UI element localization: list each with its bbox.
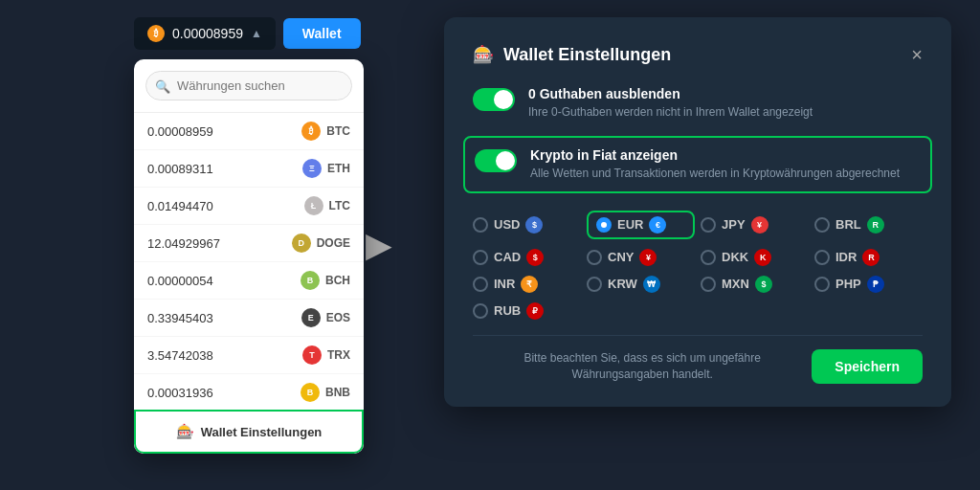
eur-flag: € bbox=[649, 216, 666, 234]
ltc-icon: Ł bbox=[304, 196, 323, 215]
currency-option-mxn[interactable]: MXN $ bbox=[701, 276, 809, 293]
idr-flag: R bbox=[862, 249, 880, 266]
cny-radio[interactable] bbox=[587, 250, 602, 265]
currency-option-inr[interactable]: INR ₹ bbox=[473, 276, 581, 293]
toggle-1[interactable] bbox=[473, 88, 515, 111]
save-button[interactable]: Speichern bbox=[812, 349, 923, 384]
settings-icon: 🎰 bbox=[176, 423, 194, 440]
toggle-row-1: 0 Guthaben ausblenden Ihre 0-Guthaben we… bbox=[473, 86, 923, 121]
search-icon: 🔍 bbox=[155, 78, 170, 93]
top-bar: ₿ 0.00008959 ▲ Wallet bbox=[134, 17, 361, 50]
trx-icon: T bbox=[302, 345, 322, 365]
php-flag: ₱ bbox=[867, 276, 884, 293]
wallet-dropdown: 🔍 0.00008959 ₿ BTC 0.00089311 Ξ ETH 0.01… bbox=[134, 59, 364, 454]
usd-flag: $ bbox=[525, 216, 543, 234]
idr-radio[interactable] bbox=[814, 250, 830, 265]
toggle-row-2: Krypto in Fiat anzeigen Alle Wetten und … bbox=[463, 136, 932, 193]
usd-radio[interactable] bbox=[473, 217, 488, 233]
screen: ₿ 0.00008959 ▲ Wallet 🔍 0.00008959 ₿ BTC… bbox=[0, 0, 980, 490]
search-input[interactable] bbox=[145, 71, 352, 100]
balance-coin-icon: ₿ bbox=[147, 25, 165, 42]
mxn-flag: $ bbox=[755, 276, 772, 293]
toggle-1-text: 0 Guthaben ausblenden Ihre 0-Guthaben we… bbox=[528, 86, 813, 121]
wallet-settings-label: Wallet Einstellungen bbox=[201, 425, 323, 439]
bnb-icon: B bbox=[301, 383, 320, 402]
currency-option-php[interactable]: PHP ₱ bbox=[814, 276, 923, 293]
list-item[interactable]: 12.04929967 D DOGE bbox=[134, 225, 364, 262]
arrow-right-icon: ▶ bbox=[366, 225, 392, 265]
modal-header: 🎰 Wallet Einstellungen × bbox=[473, 44, 923, 65]
eur-radio[interactable] bbox=[596, 217, 612, 233]
wallet-settings-button[interactable]: 🎰 Wallet Einstellungen bbox=[134, 410, 364, 454]
currency-option-usd[interactable]: USD $ bbox=[473, 211, 581, 239]
balance-display: ₿ 0.00008959 ▲ bbox=[134, 17, 276, 50]
modal-footer: Bitte beachten Sie, dass es sich um unge… bbox=[473, 335, 923, 384]
toggle-2-text: Krypto in Fiat anzeigen Alle Wetten und … bbox=[530, 147, 900, 182]
dkk-flag: K bbox=[754, 249, 771, 266]
toggle-2-description: Alle Wetten und Transaktionen werden in … bbox=[530, 166, 900, 182]
cad-flag: $ bbox=[526, 249, 544, 266]
list-item[interactable]: 0.00000054 B BCH bbox=[134, 262, 364, 300]
currency-option-cad[interactable]: CAD $ bbox=[473, 249, 581, 266]
modal-title: 🎰 Wallet Einstellungen bbox=[473, 44, 671, 65]
close-button[interactable]: × bbox=[911, 45, 923, 64]
currency-list: 0.00008959 ₿ BTC 0.00089311 Ξ ETH 0.0149… bbox=[134, 113, 364, 410]
list-item[interactable]: 0.00031936 B BNB bbox=[134, 374, 364, 410]
mxn-radio[interactable] bbox=[701, 277, 716, 292]
bch-icon: B bbox=[301, 271, 320, 290]
list-item[interactable]: 3.54742038 T TRX bbox=[134, 337, 364, 374]
krw-radio[interactable] bbox=[587, 277, 602, 292]
brl-radio[interactable] bbox=[814, 217, 830, 233]
inr-flag: ₹ bbox=[521, 276, 538, 293]
currency-option-rub[interactable]: RUB ₽ bbox=[473, 302, 581, 320]
rub-radio[interactable] bbox=[473, 303, 488, 319]
php-radio[interactable] bbox=[814, 277, 830, 292]
currency-grid: USD $ EUR € JPY ¥ BRL R bbox=[473, 211, 923, 320]
jpy-flag: ¥ bbox=[751, 216, 768, 234]
inr-radio[interactable] bbox=[473, 277, 488, 292]
eos-icon: E bbox=[301, 308, 321, 327]
toggle-1-track[interactable] bbox=[473, 88, 515, 111]
dkk-radio[interactable] bbox=[701, 250, 716, 265]
doge-icon: D bbox=[292, 234, 311, 253]
toggle-2-track[interactable] bbox=[475, 149, 517, 172]
toggle-2[interactable] bbox=[475, 149, 517, 172]
cad-radio[interactable] bbox=[473, 250, 488, 265]
cny-flag: ¥ bbox=[639, 249, 657, 266]
brl-flag: R bbox=[867, 216, 884, 234]
footer-note: Bitte beachten Sie, dass es sich um unge… bbox=[473, 350, 812, 383]
currency-option-jpy[interactable]: JPY ¥ bbox=[701, 211, 809, 239]
currency-option-cny[interactable]: CNY ¥ bbox=[587, 249, 695, 266]
wallet-button[interactable]: Wallet bbox=[283, 18, 361, 49]
currency-option-eur[interactable]: EUR € bbox=[587, 211, 695, 239]
currency-option-dkk[interactable]: DKK K bbox=[701, 249, 809, 266]
list-item[interactable]: 0.00008959 ₿ BTC bbox=[134, 113, 364, 150]
chevron-up-icon: ▲ bbox=[251, 27, 262, 40]
search-box: 🔍 bbox=[134, 59, 364, 113]
settings-modal: 🎰 Wallet Einstellungen × 0 Guthaben ausb… bbox=[444, 17, 951, 407]
modal-title-text: Wallet Einstellungen bbox=[503, 45, 671, 65]
currency-option-brl[interactable]: BRL R bbox=[814, 211, 923, 239]
krw-flag: ₩ bbox=[643, 276, 660, 293]
list-item[interactable]: 0.00089311 Ξ ETH bbox=[134, 150, 364, 188]
rub-flag: ₽ bbox=[526, 302, 544, 320]
jpy-radio[interactable] bbox=[701, 217, 716, 233]
toggle-2-label: Krypto in Fiat anzeigen bbox=[530, 147, 900, 163]
list-item[interactable]: 0.33945403 E EOS bbox=[134, 300, 364, 337]
toggle-1-label: 0 Guthaben ausblenden bbox=[528, 86, 813, 101]
eth-icon: Ξ bbox=[302, 159, 322, 178]
currency-option-idr[interactable]: IDR R bbox=[814, 249, 923, 266]
balance-value: 0.00008959 bbox=[172, 26, 243, 41]
list-item[interactable]: 0.01494470 Ł LTC bbox=[134, 188, 364, 225]
modal-title-icon: 🎰 bbox=[473, 44, 494, 65]
currency-option-krw[interactable]: KRW ₩ bbox=[587, 276, 695, 293]
toggle-1-description: Ihre 0-Guthaben werden nicht in Ihrem Wa… bbox=[528, 104, 813, 121]
btc-icon: ₿ bbox=[301, 122, 321, 141]
